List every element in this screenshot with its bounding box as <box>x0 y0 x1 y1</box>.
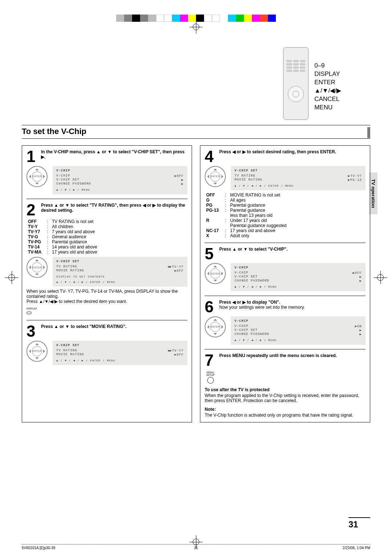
note-body: The V-Chip function is activated only on… <box>205 413 366 418</box>
dpad-icon: ENTER <box>205 263 226 284</box>
section-title: To set the V-Chip <box>22 125 86 138</box>
remote-button-callouts: 0–9 DISPLAY ENTER ▲/▼/◀/▶ CANCEL MENU <box>314 47 341 120</box>
registration-mark-icon <box>374 271 387 284</box>
osd-vchip-menu-5: V-CHIP V-CHIP▶OFF V-CHIP SET▶ CHANGE PAS… <box>231 263 366 291</box>
dpad-icon: ENTER <box>205 316 226 337</box>
note-heading: Note: <box>205 407 366 412</box>
footer-right: 2/22/06, 1:04 PM <box>343 546 370 550</box>
movie-rating-definitions: OFF:MOVIE RATING is not setG:All agesPG:… <box>206 193 366 238</box>
osd-vchip-menu-on: V-CHIP V-CHIP▶ON V-CHIP SET▶ CHANGE PASS… <box>231 316 366 345</box>
step-number: 2 <box>26 203 37 217</box>
tv-rating-definitions: OFF:TV RATING is not setTV-Y:All childre… <box>28 219 187 255</box>
step-number: 3 <box>26 324 37 339</box>
after-protected-body: When the program applied to the V-Chip s… <box>205 393 366 403</box>
page-number: 31 <box>348 517 370 530</box>
section-header: To set the V-Chip <box>22 125 370 139</box>
step-number: 4 <box>205 149 216 164</box>
step-number: 5 <box>205 247 216 261</box>
menu-setup-button-icon: MENU SETUP <box>206 371 215 384</box>
footer-page: 31 <box>194 546 198 550</box>
osd-vchip-set-movie: V-CHIP SET TV RATING◀▶TV-Y7 MOVIE RATING… <box>53 341 187 365</box>
after-protected-heading: To use after the TV is protected <box>205 387 366 392</box>
registration-mark-icon <box>5 271 18 284</box>
registration-mark-icon <box>189 20 203 33</box>
print-footer: 5V60101A [E]p30-39 31 2/22/06, 1:04 PM <box>22 544 370 550</box>
step-number: 6 <box>205 300 216 314</box>
osd-vchip-menu: V-CHIP V-CHIP▶OFF V-CHIP SET▶ CHANGE PAS… <box>53 166 187 194</box>
display-button-icon-shape <box>26 312 32 314</box>
display-button-icon: DISPLAY <box>26 307 37 310</box>
remote-illustration <box>283 47 309 120</box>
step2-note2: Press ▲/▼/◀/▶ to select the desired item… <box>26 299 187 304</box>
steps-left-column: 1 In the V-CHIP menu, press ▲ or ▼ to se… <box>22 145 192 422</box>
side-tab-tv-operation: TV operation <box>369 173 377 214</box>
dpad-icon: ENTER <box>26 257 48 278</box>
dpad-icon: ENTER <box>205 166 226 187</box>
step-number: 1 <box>26 149 37 164</box>
step-number: 7 <box>205 353 216 368</box>
osd-vchip-set-tv: V-CHIP SET TV RATING◀▶TV-Y7 MOVIE RATING… <box>53 257 187 287</box>
footer-left: 5V60101A [E]p30-39 <box>22 546 55 550</box>
step2-note1: When you select TV- Y7, TV-PG, TV-14 or … <box>26 289 187 299</box>
osd-vchip-set-both: V-CHIP SET TV RATING▶TV-Y7 MOVIE RATING▶… <box>231 166 366 190</box>
dpad-icon: ENTER <box>26 166 48 187</box>
steps-right-column: 4 Press ◀ or ▶ to select desired rating,… <box>200 145 370 422</box>
dpad-icon: ENTER <box>26 341 48 362</box>
